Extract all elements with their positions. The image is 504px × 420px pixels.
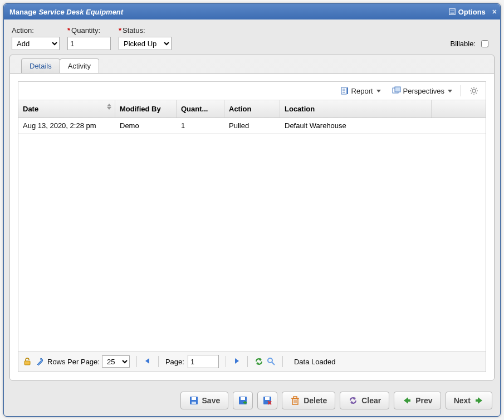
save-and-close-button[interactable] [257,392,277,409]
svg-rect-5 [347,87,348,94]
save-icon [189,395,199,406]
cell-location: Default Warehouse [280,118,432,133]
svg-point-11 [472,89,476,92]
quantity-field: *Quantity: [67,26,111,50]
chevron-down-icon [448,90,452,92]
title-prefix: Manage [9,8,36,16]
svg-rect-49 [476,399,478,402]
dialog-window: Manage Service Desk Equipment Options × … [3,3,501,417]
svg-rect-40 [293,397,297,398]
svg-marker-48 [478,397,482,404]
svg-rect-20 [25,361,30,365]
grid-body: Aug 13, 2020, 2:28 pm Demo 1 Pulled Defa… [18,118,486,351]
arrow-left-icon [402,395,412,406]
svg-marker-21 [145,358,149,364]
svg-marker-22 [235,358,239,364]
prev-button[interactable]: Prev [394,392,441,409]
cell-quantity: 1 [177,118,224,133]
status-field: *Status: Picked Up [119,26,172,50]
search-icon[interactable] [267,357,276,366]
svg-rect-31 [241,397,245,400]
svg-line-26 [272,362,275,365]
grid-header: Date Modified By Quant... Action Locatio… [18,100,486,118]
title-entity: Service Desk Equipment [38,8,123,16]
chevron-down-icon [376,90,381,92]
svg-rect-10 [395,87,400,92]
status-label: *Status: [119,26,172,35]
tab-details[interactable]: Details [21,58,60,73]
col-modified-by[interactable]: Modified By [115,100,177,118]
tab-activity[interactable]: Activity [60,58,99,73]
page-prev-button[interactable] [144,357,151,367]
next-button[interactable]: Next [446,392,492,409]
page-next-button[interactable] [233,357,241,367]
svg-line-16 [471,88,472,89]
billable-label: Billable: [450,40,476,48]
options-button[interactable]: Options [448,8,486,16]
cell-action: Pulled [224,118,280,133]
billable-checkbox[interactable] [481,40,488,47]
trash-icon [290,395,300,406]
clear-button[interactable]: Clear [340,392,389,409]
lock-icon[interactable] [23,357,32,366]
perspectives-button[interactable]: Perspectives [388,84,456,97]
cell-modified-by: Demo [115,118,177,133]
rows-per-page: Rows Per Page: 25 [47,355,130,368]
save-x-icon [262,395,272,406]
perspectives-icon [392,86,401,95]
sort-icon [107,104,111,110]
grid-status: Data Loaded [294,358,335,366]
col-action[interactable]: Action [224,100,280,118]
tabstrip: Details Activity [10,55,494,73]
cell-date: Aug 13, 2020, 2:28 pm [18,118,115,133]
svg-line-19 [476,88,477,89]
col-date[interactable]: Date [18,100,115,118]
save-plus-icon [238,395,248,406]
refresh-icon [348,395,358,406]
required-icon: * [67,26,70,35]
save-button[interactable]: Save [180,392,229,409]
dialog-button-bar: Save Delete Clear Prev Next [4,386,500,416]
grid-toolbar: Report Perspectives [18,82,486,100]
quantity-input[interactable] [67,37,111,50]
col-quantity[interactable]: Quant... [177,100,224,118]
activity-grid-panel: Report Perspectives Date [18,81,486,372]
billable-field: Billable: [450,26,492,49]
report-button[interactable]: Report [336,84,385,97]
table-row[interactable]: Aug 13, 2020, 2:28 pm Demo 1 Pulled Defa… [18,118,486,134]
save-and-new-button[interactable] [233,392,253,409]
svg-rect-28 [192,397,196,400]
col-extra [432,100,486,118]
quantity-label: *Quantity: [67,26,111,35]
svg-rect-35 [265,397,270,400]
action-label: Action: [12,26,60,35]
grid-settings-button[interactable] [466,84,482,97]
options-icon [448,8,456,16]
svg-point-25 [268,358,272,363]
tab-body-activity: Report Perspectives Date [10,73,494,380]
delete-button[interactable]: Delete [282,392,335,409]
form-row: Action: Add *Quantity: *Status: Picked U… [4,19,500,55]
action-field: Action: Add [12,26,60,50]
tabs-container: Details Activity Report Perspectives [9,55,495,380]
close-button[interactable]: × [492,7,497,16]
grid-footer: Rows Per Page: 25 Page: [18,351,486,372]
gear-icon [469,86,478,95]
required-icon: * [119,26,121,35]
svg-line-18 [471,93,472,94]
page-input[interactable] [188,355,219,368]
svg-rect-29 [192,402,196,404]
svg-marker-46 [404,397,408,404]
action-select[interactable]: Add [12,37,60,50]
page-label: Page: [165,358,184,366]
rows-per-page-select[interactable]: 25 [102,355,130,368]
svg-rect-47 [408,399,410,402]
svg-line-17 [476,93,477,94]
wrench-icon[interactable] [35,357,44,366]
options-label: Options [458,8,486,16]
status-select[interactable]: Picked Up [119,37,172,50]
arrow-right-icon [474,395,484,406]
refresh-icon[interactable] [255,357,263,366]
col-location[interactable]: Location [280,100,432,118]
titlebar: Manage Service Desk Equipment Options × [4,4,500,19]
